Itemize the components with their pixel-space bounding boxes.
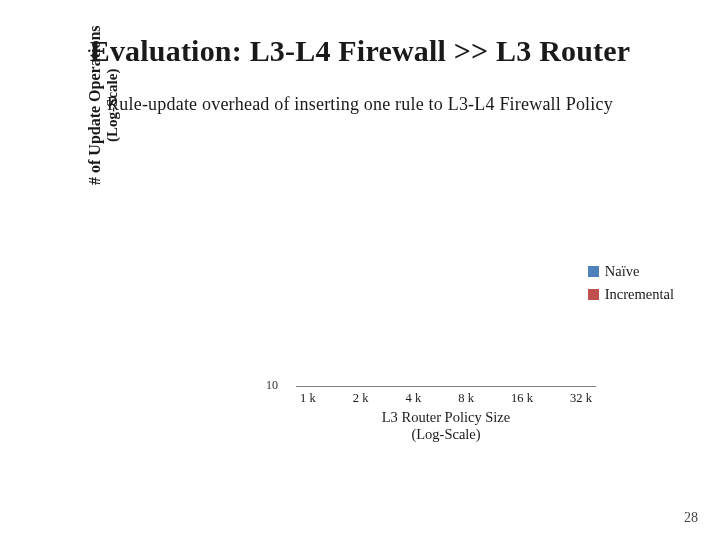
x-tick: 2 k bbox=[353, 391, 369, 406]
x-axis-label: L3 Router Policy Size (Log-Scale) bbox=[296, 409, 596, 444]
legend-label: Naïve bbox=[605, 263, 640, 280]
square-icon bbox=[588, 266, 599, 277]
y-axis-label-line2: (Log-Scale) bbox=[104, 25, 121, 185]
x-tick: 32 k bbox=[570, 391, 592, 406]
square-icon bbox=[588, 289, 599, 300]
legend-label: Incremental bbox=[605, 286, 674, 303]
x-axis-line bbox=[296, 386, 596, 387]
legend: Naïve Incremental bbox=[588, 263, 674, 309]
slide-number: 28 bbox=[684, 510, 698, 526]
y-axis-label: # of Update Operations (Log-Scale) bbox=[86, 25, 121, 185]
x-tick: 4 k bbox=[406, 391, 422, 406]
page-title: Evaluation: L3-L4 Firewall >> L3 Router bbox=[36, 34, 684, 68]
plot-area: 10 bbox=[296, 155, 596, 387]
legend-item-naive: Naïve bbox=[588, 263, 674, 280]
x-tick: 8 k bbox=[458, 391, 474, 406]
x-ticks: 1 k 2 k 4 k 8 k 16 k 32 k bbox=[296, 391, 596, 406]
legend-item-incremental: Incremental bbox=[588, 286, 674, 303]
y-axis-label-line1: # of Update Operations bbox=[86, 25, 104, 185]
slide: Evaluation: L3-L4 Firewall >> L3 Router … bbox=[0, 0, 720, 540]
x-tick: 1 k bbox=[300, 391, 316, 406]
chart: # of Update Operations (Log-Scale) 10 1 … bbox=[36, 155, 684, 455]
subtitle: Rule-update overhead of inserting one ru… bbox=[36, 94, 684, 115]
y-tick-10: 10 bbox=[266, 378, 278, 393]
x-axis-label-line2: (Log-Scale) bbox=[411, 426, 480, 442]
x-tick: 16 k bbox=[511, 391, 533, 406]
x-axis-label-line1: L3 Router Policy Size bbox=[382, 409, 510, 425]
